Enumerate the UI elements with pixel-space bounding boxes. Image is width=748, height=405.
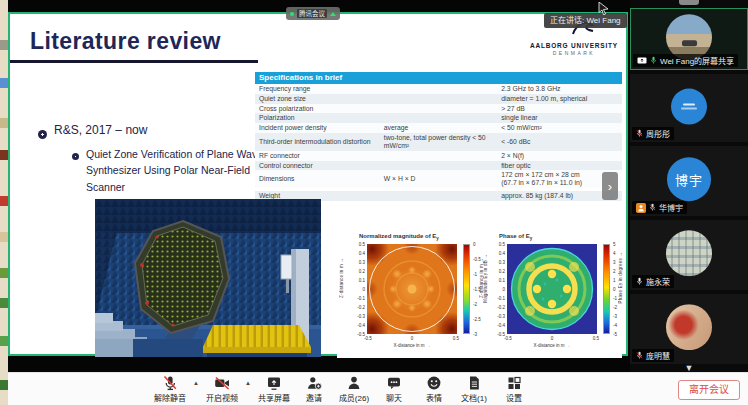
participant-name: 华博宇 bbox=[659, 202, 683, 213]
bullet-icon bbox=[72, 153, 79, 160]
meeting-floating-bar[interactable]: 腾讯会议 bbox=[286, 7, 340, 20]
desktop-icon bbox=[0, 78, 8, 88]
axis-tick: 0 bbox=[406, 336, 418, 341]
participant-tile[interactable]: 庞明慧 bbox=[630, 294, 748, 364]
desktop-icon bbox=[0, 380, 8, 390]
documents-button[interactable]: 文档(1) bbox=[455, 375, 493, 403]
emoji-button[interactable]: 表情 bbox=[415, 375, 453, 403]
toolbar-label: 设置 bbox=[506, 392, 522, 403]
plot-title: Normalized magnitude of Ey bbox=[359, 233, 439, 241]
participant-tile[interactable]: 周彤彤 bbox=[630, 74, 748, 142]
leave-meeting-button[interactable]: 离开会议 bbox=[678, 380, 740, 400]
axis-tick: 0 bbox=[546, 336, 558, 341]
participant-tile-screen-share[interactable]: Wei Fang的屏幕共享 bbox=[630, 8, 748, 70]
members-icon bbox=[346, 375, 362, 391]
axis-tick: 0.5 bbox=[359, 242, 365, 247]
axis-tick: -2 bbox=[473, 302, 481, 307]
desktop-icon bbox=[0, 196, 8, 206]
table-row: Control connectorfiber optic bbox=[255, 161, 622, 171]
invite-button[interactable]: 邀请 bbox=[295, 375, 333, 403]
axis-tick: 1 bbox=[613, 278, 617, 283]
axis-tick: -3 bbox=[613, 314, 617, 319]
mic-options-arrow[interactable]: ▲ bbox=[191, 380, 201, 386]
share-screen-button[interactable]: 共享屏幕 bbox=[255, 375, 293, 403]
participant-nametag: 周彤彤 bbox=[632, 127, 674, 140]
axis-tick: 0.3 bbox=[359, 260, 365, 265]
share-screen-icon bbox=[266, 375, 282, 391]
desktop-icon bbox=[0, 118, 8, 128]
axis-tick: -4 bbox=[613, 323, 617, 328]
anechoic-chamber-photo bbox=[95, 199, 321, 357]
avatar bbox=[671, 89, 707, 125]
axis-tick: -0.1 bbox=[357, 296, 365, 301]
desktop-icon bbox=[0, 336, 8, 346]
avatar: 博宇 bbox=[667, 157, 711, 201]
colorbar-ticks: 543210-1-2-3-4-5 bbox=[613, 242, 617, 337]
y-axis-label: Z-distance in m → bbox=[339, 258, 344, 298]
toolbar-label: 成员(26) bbox=[339, 392, 369, 403]
mic-muted-icon bbox=[162, 375, 178, 391]
axis-tick: 0.5 bbox=[499, 242, 505, 247]
slide-title: Literature review bbox=[30, 28, 221, 55]
participant-nametag: 华博宇 bbox=[632, 201, 687, 214]
invite-icon bbox=[306, 375, 322, 391]
desktop-icon bbox=[0, 268, 8, 278]
mic-on-icon bbox=[636, 277, 643, 286]
participant-tile[interactable]: 施永荣 bbox=[630, 220, 748, 290]
figure-panel: Normalized magnitude of Ey Z-distance in… bbox=[337, 228, 622, 358]
mic-muted-icon bbox=[636, 351, 643, 360]
signal-icon bbox=[290, 12, 294, 16]
axis-tick: 0.4 bbox=[359, 251, 365, 256]
bullet-level2: Quiet Zone Verification of Plane Wave Sy… bbox=[86, 146, 272, 195]
video-options-arrow[interactable]: ▲ bbox=[243, 380, 253, 386]
axis-tick: -0.5 bbox=[502, 336, 514, 341]
participant-name: 周彤彤 bbox=[646, 128, 670, 139]
axis-tick: -0.4 bbox=[357, 323, 365, 328]
chat-button[interactable]: 聊天 bbox=[375, 375, 413, 403]
document-icon bbox=[466, 375, 482, 391]
participant-tile[interactable]: 博宇 华博宇 bbox=[630, 146, 748, 216]
table-row: Incident power densityaverage< 50 mW/cm² bbox=[255, 123, 622, 133]
axis-tick: 0 bbox=[473, 242, 481, 247]
axis-tick: 0.1 bbox=[499, 278, 505, 283]
university-name: AALBORG UNIVERSITY bbox=[530, 42, 618, 49]
desktop-icon bbox=[0, 150, 8, 160]
desktop-icon bbox=[0, 298, 8, 308]
meeting-pill-label: 腾讯会议 bbox=[297, 9, 327, 18]
x-axis-label: X-distance in m → bbox=[362, 343, 462, 348]
university-country: DENMARK bbox=[530, 50, 618, 56]
unmute-button[interactable]: 解除静音 bbox=[151, 375, 189, 403]
axis-tick: 5 bbox=[613, 242, 617, 247]
axis-tick: 0 bbox=[613, 287, 617, 292]
axis-tick: -0.4 bbox=[497, 323, 505, 328]
axis-tick: 0.2 bbox=[499, 269, 505, 274]
start-video-button[interactable]: 开启视频 bbox=[203, 375, 241, 403]
axis-tick: -5 bbox=[613, 332, 617, 337]
colorbar-label: Phase Ey in degrees → bbox=[618, 252, 623, 303]
y-axis-ticks: 0.50.40.30.20.10-0.1-0.2-0.3-0.4-0.5 bbox=[489, 242, 505, 337]
axis-tick: -2 bbox=[613, 305, 617, 310]
table-row: DimensionsW × H × D172 cm × 172 cm × 28 … bbox=[255, 170, 622, 188]
camera-off-icon bbox=[214, 375, 230, 391]
settings-button[interactable]: 设置 bbox=[495, 375, 533, 403]
axis-tick: -0.5 bbox=[362, 336, 374, 341]
title-underline bbox=[10, 60, 258, 63]
axis-tick: 0.5 bbox=[450, 336, 462, 341]
table-row: RF connector2 × N(f) bbox=[255, 151, 622, 161]
members-button[interactable]: 成员(26) bbox=[335, 375, 373, 403]
bullet-icon bbox=[38, 130, 47, 139]
settings-icon bbox=[506, 375, 522, 391]
next-page-chevron[interactable]: › bbox=[602, 172, 618, 200]
y-axis-ticks: 0.50.40.30.20.10-0.1-0.2-0.3-0.4-0.5 bbox=[349, 242, 365, 337]
table-row: Quiet zone sizediameter = 1.00 m, spheri… bbox=[255, 94, 622, 104]
participant-name: Wei Fang的屏幕共享 bbox=[660, 55, 734, 66]
colorbar bbox=[603, 244, 610, 334]
sidebar-collapse-handle[interactable] bbox=[679, 0, 699, 5]
toolbar-label: 聊天 bbox=[386, 392, 402, 403]
x-axis-label: X-distance in m → bbox=[502, 343, 602, 348]
axis-tick: 3 bbox=[613, 260, 617, 265]
table-row: Polarizationsingle linear bbox=[255, 113, 622, 123]
axis-tick: -0.3 bbox=[357, 314, 365, 319]
participants-sidebar: Wei Fang的屏幕共享 周彤彤 博宇 华博宇 施永荣 bbox=[630, 0, 748, 372]
axis-tick: 0.3 bbox=[499, 260, 505, 265]
